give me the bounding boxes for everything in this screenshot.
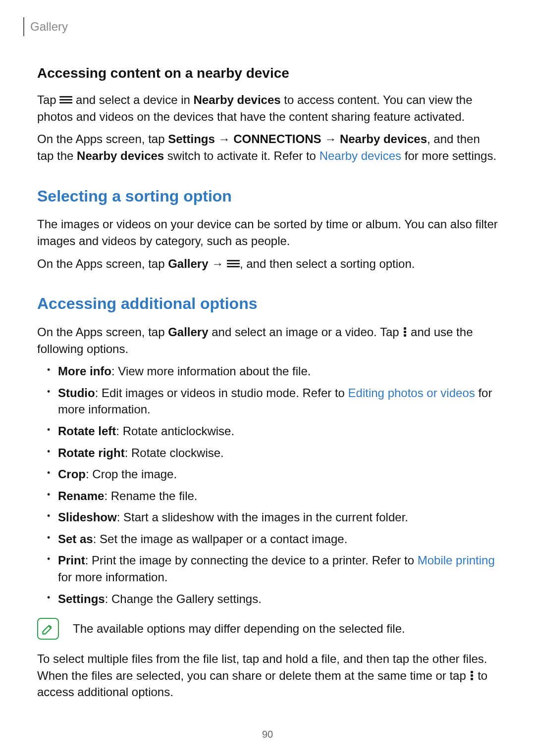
- link-editing-photos[interactable]: Editing photos or videos: [348, 386, 475, 400]
- hamburger-menu-icon: [59, 95, 72, 105]
- link-nearby-devices[interactable]: Nearby devices: [320, 149, 401, 162]
- list-item: Print: Print the image by connecting the…: [51, 552, 498, 585]
- heading-selecting-sorting: Selecting a sorting option: [37, 185, 498, 207]
- paragraph: On the Apps screen, tap Gallery → , and …: [37, 255, 498, 272]
- paragraph: To select multiple files from the file l…: [37, 651, 498, 701]
- section-tab: Gallery: [23, 17, 498, 36]
- link-mobile-printing[interactable]: Mobile printing: [418, 554, 495, 567]
- paragraph: The images or videos on your device can …: [37, 216, 498, 249]
- paragraph: On the Apps screen, tap Settings → CONNE…: [37, 131, 498, 164]
- heading-additional-options: Accessing additional options: [37, 293, 498, 315]
- paragraph: On the Apps screen, tap Gallery and sele…: [37, 324, 498, 357]
- list-item: Rename: Rename the file.: [51, 488, 498, 504]
- overflow-menu-icon: [402, 326, 407, 338]
- section-tab-label: Gallery: [30, 18, 68, 35]
- note-text: The available options may differ dependi…: [73, 620, 405, 637]
- list-item: Set as: Set the image as wallpaper or a …: [51, 531, 498, 548]
- note-icon: [37, 618, 59, 640]
- list-item: Rotate right: Rotate clockwise.: [51, 445, 498, 461]
- list-item: Slideshow: Start a slideshow with the im…: [51, 509, 498, 526]
- paragraph: Tap and select a device in Nearby device…: [37, 92, 498, 125]
- note-callout: The available options may differ dependi…: [37, 618, 498, 640]
- page-number: 90: [0, 727, 535, 741]
- list-item: Settings: Change the Gallery settings.: [51, 591, 498, 607]
- hamburger-menu-icon: [227, 258, 240, 269]
- list-item: More info: View more information about t…: [51, 363, 498, 380]
- overflow-menu-icon: [469, 670, 474, 681]
- options-list: More info: View more information about t…: [37, 363, 498, 607]
- list-item: Crop: Crop the image.: [51, 466, 498, 483]
- subheading-accessing-nearby: Accessing content on a nearby device: [37, 63, 498, 83]
- list-item: Studio: Edit images or videos in studio …: [51, 385, 498, 418]
- list-item: Rotate left: Rotate anticlockwise.: [51, 423, 498, 440]
